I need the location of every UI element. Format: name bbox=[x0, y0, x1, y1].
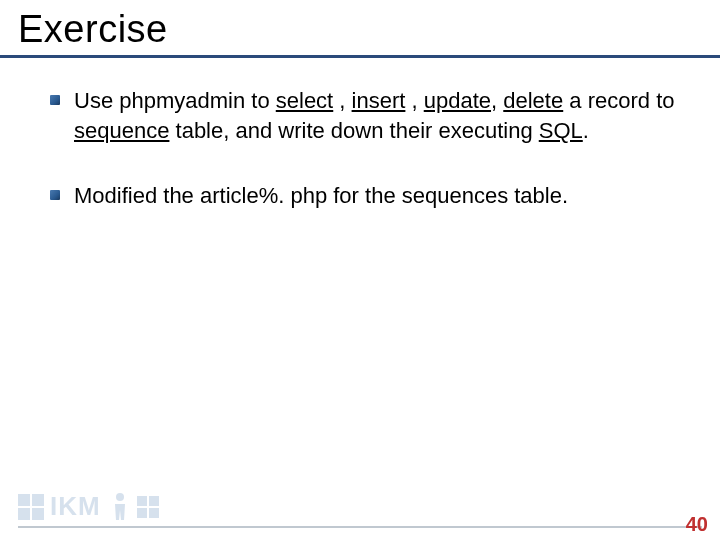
page-number: 40 bbox=[686, 513, 708, 536]
person-icon bbox=[111, 492, 129, 522]
logo-text: IKM bbox=[50, 491, 101, 522]
bullet-item: Modified the article%. php for the seque… bbox=[50, 181, 680, 211]
logo-squares-icon bbox=[18, 494, 44, 520]
bullet-item: Use phpmyadmin to select , insert , upda… bbox=[50, 86, 680, 145]
bullet-text: Modified the article%. php for the seque… bbox=[74, 181, 568, 211]
svg-point-0 bbox=[116, 493, 124, 501]
logo-extra-icon bbox=[137, 496, 159, 518]
bullet-icon bbox=[50, 95, 60, 105]
slide-title: Exercise bbox=[18, 8, 702, 51]
bullet-icon bbox=[50, 190, 60, 200]
footer-logo: IKM bbox=[18, 491, 159, 522]
slide-content: Use phpmyadmin to select , insert , upda… bbox=[0, 58, 720, 211]
footer-divider bbox=[18, 526, 702, 528]
title-bar: Exercise bbox=[0, 0, 720, 58]
bullet-text: Use phpmyadmin to select , insert , upda… bbox=[74, 86, 680, 145]
